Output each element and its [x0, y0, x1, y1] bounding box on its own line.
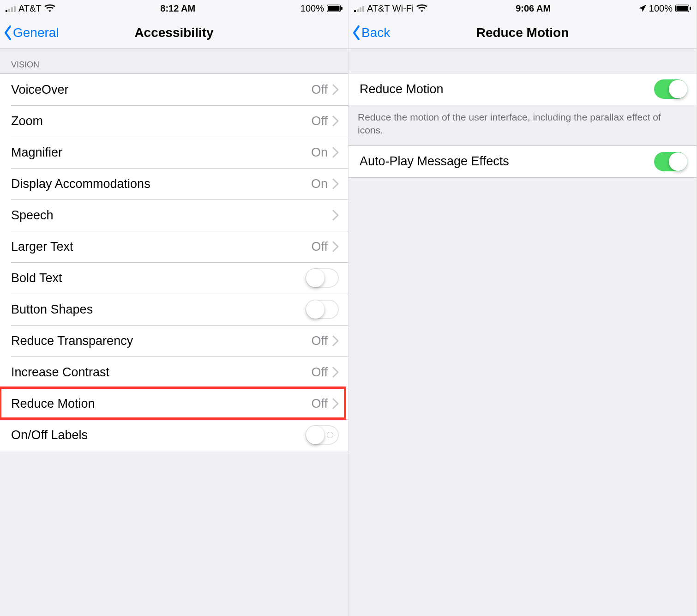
nav-bar-left: General Accessibility: [0, 17, 348, 49]
svg-rect-2: [341, 7, 342, 10]
settings-group: Reduce Motion: [348, 73, 697, 105]
status-time: 8:12 AM: [160, 3, 195, 14]
svg-rect-1: [328, 6, 340, 11]
toggle-switch[interactable]: [306, 425, 339, 445]
row-label: Bold Text: [11, 271, 306, 285]
row-label: On/Off Labels: [11, 428, 306, 442]
svg-rect-5: [690, 7, 691, 10]
row-value: Off: [311, 334, 328, 348]
chevron-right-icon: [332, 210, 339, 221]
chevron-right-icon: [332, 335, 339, 346]
row-label: Reduce Motion: [11, 397, 311, 411]
setting-row-display-accommodations[interactable]: Display AccommodationsOn: [0, 168, 348, 199]
setting-row-reduce-motion[interactable]: Reduce MotionOff: [0, 388, 348, 419]
row-value: Off: [311, 114, 328, 128]
chevron-left-icon: [352, 24, 361, 41]
chevron-right-icon: [332, 241, 339, 252]
chevron-right-icon: [332, 398, 339, 409]
chevron-right-icon: [332, 367, 339, 378]
chevron-right-icon: [332, 84, 339, 95]
chevron-right-icon: [332, 115, 339, 127]
row-value: On: [311, 145, 328, 160]
battery-icon: [327, 5, 342, 12]
wifi-icon: [44, 4, 55, 12]
toggle-switch[interactable]: [306, 268, 339, 288]
setting-row-reduce-transparency[interactable]: Reduce TransparencyOff: [0, 325, 348, 356]
toggle-switch[interactable]: [654, 152, 687, 171]
setting-row-reduce-motion[interactable]: Reduce Motion: [348, 73, 697, 105]
row-label: Speech: [11, 208, 332, 223]
carrier-label: AT&T Wi-Fi: [367, 3, 414, 14]
vision-group: Vision VoiceOverOffZoomOffMagnifierOnDis…: [0, 49, 348, 451]
nav-bar-right: Back Reduce Motion: [348, 17, 697, 49]
setting-row-increase-contrast[interactable]: Increase ContrastOff: [0, 356, 348, 388]
setting-row-speech[interactable]: Speech: [0, 199, 348, 231]
page-title: Reduce Motion: [348, 25, 697, 40]
row-value: On: [311, 177, 328, 191]
wifi-icon: [416, 4, 427, 12]
carrier-label: AT&T: [18, 3, 42, 14]
setting-row-magnifier[interactable]: MagnifierOn: [0, 137, 348, 168]
row-label: Zoom: [11, 114, 311, 128]
battery-text: 100%: [300, 3, 324, 14]
row-label: Button Shapes: [11, 302, 306, 317]
battery-text: 100%: [649, 3, 673, 14]
row-value: Off: [311, 365, 328, 380]
setting-row-on-off-labels[interactable]: On/Off Labels: [0, 419, 348, 451]
phone-right-reduce-motion: AT&T Wi-Fi 9:06 AM 100% Back Reduce Moti…: [348, 0, 697, 616]
setting-row-larger-text[interactable]: Larger TextOff: [0, 231, 348, 262]
chevron-left-icon: [4, 24, 12, 41]
row-label: Larger Text: [11, 240, 311, 254]
chevron-right-icon: [332, 147, 339, 158]
phone-left-accessibility: AT&T 8:12 AM 100% General Accessibility …: [0, 0, 348, 616]
row-value: Off: [311, 397, 328, 411]
toggle-switch[interactable]: [306, 300, 339, 319]
row-value: Off: [311, 240, 328, 254]
back-button[interactable]: Back: [352, 24, 390, 41]
row-label: Auto-Play Message Effects: [360, 154, 654, 169]
location-icon: [639, 5, 646, 12]
signal-icon: [6, 5, 16, 12]
toggle-switch[interactable]: [654, 79, 687, 99]
row-label: VoiceOver: [11, 83, 311, 97]
setting-row-auto-play-message-effects[interactable]: Auto-Play Message Effects: [348, 146, 697, 177]
back-label: Back: [361, 25, 390, 40]
row-label: Increase Contrast: [11, 365, 311, 380]
setting-row-zoom[interactable]: ZoomOff: [0, 105, 348, 137]
setting-row-voiceover[interactable]: VoiceOverOff: [0, 74, 348, 105]
back-label: General: [13, 25, 59, 40]
status-time: 9:06 AM: [516, 3, 551, 14]
group-header-vision: Vision: [0, 49, 348, 73]
row-label: Reduce Transparency: [11, 334, 311, 348]
status-bar-right: AT&T Wi-Fi 9:06 AM 100%: [348, 0, 697, 17]
row-label: Magnifier: [11, 145, 311, 160]
battery-icon: [675, 5, 691, 12]
row-value: Off: [311, 83, 328, 97]
signal-icon: [354, 5, 364, 12]
row-label: Reduce Motion: [360, 82, 654, 97]
group-footer: Reduce the motion of the user interface,…: [348, 105, 697, 145]
svg-rect-4: [676, 6, 688, 11]
row-label: Display Accommodations: [11, 177, 311, 191]
setting-row-bold-text[interactable]: Bold Text: [0, 262, 348, 294]
status-bar-left: AT&T 8:12 AM 100%: [0, 0, 348, 17]
settings-group: Auto-Play Message Effects: [348, 145, 697, 178]
setting-row-button-shapes[interactable]: Button Shapes: [0, 294, 348, 325]
chevron-right-icon: [332, 178, 339, 189]
back-button[interactable]: General: [4, 24, 59, 41]
